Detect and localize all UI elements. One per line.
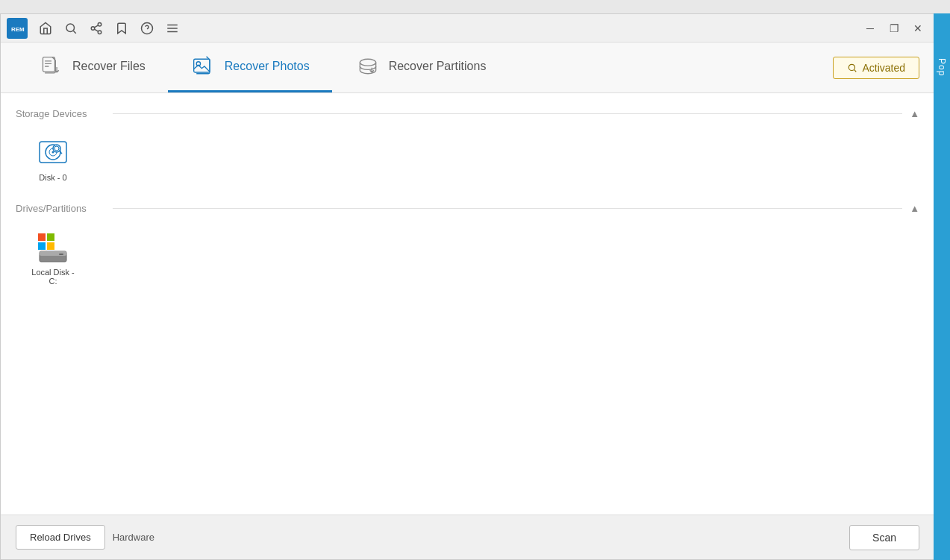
drives-collapse-arrow[interactable]: ▲ <box>910 203 919 214</box>
right-panel-text: Pop <box>937 58 947 76</box>
scan-button[interactable]: Scan <box>849 525 919 550</box>
share-button[interactable] <box>84 18 108 39</box>
toolbar-icons <box>34 18 184 39</box>
app-window: REM <box>0 13 935 560</box>
svg-point-18 <box>849 64 855 70</box>
svg-point-17 <box>360 59 375 66</box>
drives-partitions-section: Drives/Partitions ▲ <box>16 203 919 292</box>
bottom-left: Reload Drives Hardware <box>16 525 154 550</box>
svg-rect-15 <box>193 59 209 72</box>
svg-text:REM: REM <box>11 26 25 33</box>
local-disk-c-item[interactable]: Local Disk - C: <box>23 223 83 292</box>
svg-rect-28 <box>47 233 54 241</box>
svg-rect-27 <box>38 233 46 241</box>
content-spacer <box>16 306 919 500</box>
restore-button[interactable]: ❐ <box>884 18 904 39</box>
right-panel: Pop <box>934 13 950 560</box>
storage-devices-header: Storage Devices ▲ <box>16 108 919 119</box>
title-bar-left: REM <box>7 18 184 39</box>
storage-devices-section: Storage Devices ▲ <box>16 108 919 188</box>
drives-partitions-title: Drives/Partitions <box>16 203 105 214</box>
minimize-button[interactable]: ─ <box>860 18 881 39</box>
title-bar: REM <box>1 14 934 43</box>
svg-line-3 <box>73 31 75 33</box>
tab-recover-partitions[interactable]: Recover Partitions <box>332 43 509 92</box>
recover-partitions-icon <box>354 53 381 80</box>
main-content: Storage Devices ▲ <box>1 93 934 515</box>
local-disk-c-label: Local Disk - C: <box>29 268 77 286</box>
svg-point-5 <box>91 26 95 30</box>
tab-recover-files[interactable]: Recover Files <box>16 43 168 92</box>
svg-line-7 <box>94 29 98 31</box>
drives-partitions-header: Drives/Partitions ▲ <box>16 203 919 214</box>
storage-separator <box>113 113 902 114</box>
svg-point-4 <box>98 22 101 26</box>
bookmark-button[interactable] <box>110 18 134 39</box>
svg-line-19 <box>854 69 857 72</box>
hardware-label: Hardware <box>113 532 154 543</box>
recover-files-icon <box>38 53 65 80</box>
window-controls: ─ ❐ ✕ <box>860 18 928 39</box>
recover-partitions-label: Recover Partitions <box>389 60 487 73</box>
svg-point-2 <box>66 24 75 32</box>
recover-photos-label: Recover Photos <box>225 60 310 73</box>
svg-point-6 <box>98 31 101 34</box>
disk-0-label: Disk - 0 <box>39 173 66 182</box>
storage-devices-title: Storage Devices <box>16 108 105 119</box>
search-button[interactable] <box>59 18 83 39</box>
close-button[interactable]: ✕ <box>907 18 928 39</box>
tab-navigation: Recover Files Recover Photos <box>1 43 934 93</box>
drives-separator <box>113 208 902 209</box>
local-disk-c-icon <box>35 229 71 265</box>
disk-0-icon <box>35 134 71 170</box>
recover-files-label: Recover Files <box>72 60 146 73</box>
menu-button[interactable] <box>160 18 184 39</box>
tab-recover-photos[interactable]: Recover Photos <box>168 43 332 92</box>
svg-rect-14 <box>43 57 54 72</box>
app-logo: REM <box>7 18 28 39</box>
storage-devices-list: Disk - 0 <box>16 128 919 188</box>
help-button[interactable] <box>135 18 159 39</box>
bottom-bar: Reload Drives Hardware Scan <box>1 515 934 559</box>
storage-collapse-arrow[interactable]: ▲ <box>910 108 919 119</box>
recover-photos-icon <box>190 53 217 80</box>
activated-label: Activated <box>862 62 905 74</box>
reload-drives-button[interactable]: Reload Drives <box>16 525 105 550</box>
svg-rect-29 <box>38 242 46 250</box>
disk-0-item[interactable]: Disk - 0 <box>23 128 83 188</box>
svg-rect-30 <box>47 242 54 250</box>
svg-rect-33 <box>59 254 63 255</box>
tab-list: Recover Files Recover Photos <box>16 43 508 92</box>
home-button[interactable] <box>34 18 57 39</box>
activated-button[interactable]: Activated <box>833 57 919 79</box>
svg-line-8 <box>94 25 98 27</box>
drives-list: Local Disk - C: <box>16 223 919 292</box>
